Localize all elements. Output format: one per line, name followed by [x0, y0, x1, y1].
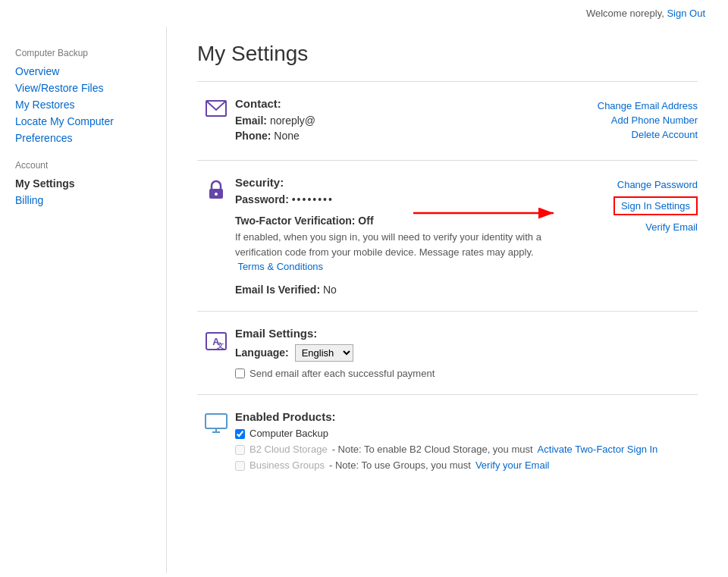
security-section: Security: Password: •••••••• Two-Factor … — [197, 161, 698, 312]
contact-actions: Change Email Address Add Phone Number De… — [576, 97, 698, 145]
contact-section: Contact: Email: noreply@ Phone: None Cha… — [197, 82, 698, 161]
password-label: Password: — [235, 193, 289, 205]
sidebar-item-my-restores[interactable]: My Restores — [15, 96, 151, 113]
envelope-icon — [206, 100, 227, 117]
security-actions: Change Password Sign In Settings Verify … — [576, 176, 698, 296]
language-row: Language: English French Spanish German — [235, 344, 698, 362]
product-row-b2-cloud: B2 Cloud Storage - Note: To enable B2 Cl… — [235, 444, 698, 455]
two-factor-status: Off — [358, 215, 373, 227]
password-field-row: Password: •••••••• — [235, 193, 576, 205]
main-content: My Settings Contact: Email: noreply@ Pho… — [167, 27, 728, 573]
two-factor-label-text: Two-Factor Verification: — [235, 215, 355, 227]
page-title: My Settings — [197, 42, 698, 66]
language-icon: A 文 — [205, 330, 228, 353]
lock-icon — [208, 179, 224, 200]
sidebar-section-account: Account — [15, 160, 151, 171]
business-groups-note: - Note: To use Groups, you must — [329, 459, 471, 471]
two-factor-row: Two-Factor Verification: Off — [235, 215, 576, 227]
svg-rect-8 — [206, 414, 227, 428]
send-email-row: Send email after each successful payment — [235, 368, 698, 379]
email-field-value: noreply@ — [270, 114, 315, 127]
terms-link[interactable]: Terms & Conditions — [237, 261, 323, 272]
sidebar-item-billing[interactable]: Billing — [15, 192, 151, 209]
top-bar: Welcome noreply, Sign Out — [0, 0, 728, 27]
sidebar-item-view-restore[interactable]: View/Restore Files — [15, 80, 151, 96]
enabled-products-label: Enabled Products: — [235, 410, 698, 423]
email-verified-value: No — [323, 284, 337, 296]
phone-field-label: Phone: — [235, 130, 271, 142]
email-verified-label: Email Is Verified: — [235, 284, 320, 296]
enabled-products-content: Enabled Products: Computer Backup B2 Clo… — [235, 410, 698, 471]
sign-in-settings-button[interactable]: Sign In Settings — [613, 196, 698, 215]
sidebar-item-my-settings[interactable]: My Settings — [15, 175, 151, 192]
send-email-checkbox[interactable] — [235, 368, 245, 378]
send-email-label: Send email after each successful payment — [249, 368, 435, 379]
sidebar-item-preferences[interactable]: Preferences — [15, 130, 151, 146]
email-settings-content: Email Settings: Language: English French… — [235, 327, 698, 379]
enabled-products-section: Enabled Products: Computer Backup B2 Clo… — [197, 395, 698, 486]
change-password-link[interactable]: Change Password — [617, 179, 698, 190]
enabled-products-icon-container — [197, 410, 235, 471]
activate-2fa-link[interactable]: Activate Two-Factor Sign In — [538, 444, 658, 455]
phone-field-value: None — [274, 130, 299, 142]
verify-email-link[interactable]: Verify Email — [645, 221, 698, 233]
add-phone-link[interactable]: Add Phone Number — [576, 114, 698, 126]
email-settings-icon-container: A 文 — [197, 327, 235, 379]
contact-label: Contact: — [235, 97, 576, 110]
change-email-link[interactable]: Change Email Address — [576, 100, 698, 111]
password-value: •••••••• — [292, 193, 334, 205]
contact-content: Contact: Email: noreply@ Phone: None — [235, 97, 576, 145]
sign-in-settings-wrapper: Sign In Settings — [613, 196, 698, 215]
email-verified-row: Email Is Verified: No — [235, 284, 576, 296]
language-label: Language: — [235, 347, 289, 359]
business-groups-name: Business Groups — [249, 459, 325, 471]
security-icon-container — [197, 176, 235, 296]
phone-field-row: Phone: None — [235, 130, 576, 142]
email-field-row: Email: noreply@ — [235, 114, 576, 127]
two-factor-desc-text: If enabled, when you sign in, you will n… — [235, 231, 541, 258]
delete-account-link[interactable]: Delete Account — [576, 129, 698, 140]
contact-icon-container — [197, 97, 235, 145]
sidebar-item-overview[interactable]: Overview — [15, 63, 151, 80]
security-label: Security: — [235, 176, 576, 189]
welcome-text: Welcome noreply, — [586, 8, 664, 19]
layout: Computer Backup Overview View/Restore Fi… — [0, 27, 728, 573]
sidebar-section-computer-backup: Computer Backup — [15, 48, 151, 58]
sidebar-item-locate[interactable]: Locate My Computer — [15, 113, 151, 130]
svg-point-2 — [215, 193, 218, 196]
verify-email-area: Verify Email — [645, 221, 698, 233]
monitor-icon — [205, 413, 228, 433]
two-factor-desc: If enabled, when you sign in, you will n… — [235, 230, 554, 274]
email-settings-label: Email Settings: — [235, 327, 698, 340]
b2-cloud-note: - Note: To enable B2 Cloud Storage, you … — [332, 444, 533, 455]
business-groups-checkbox[interactable] — [235, 461, 245, 471]
product-row-computer-backup: Computer Backup — [235, 428, 698, 439]
language-select[interactable]: English French Spanish German — [295, 344, 353, 362]
computer-backup-name: Computer Backup — [249, 428, 328, 439]
product-row-business-groups: Business Groups - Note: To use Groups, y… — [235, 459, 698, 471]
sign-out-link[interactable]: Sign Out — [667, 8, 705, 19]
email-field-label: Email: — [235, 114, 267, 127]
verify-email-product-link[interactable]: Verify your Email — [475, 459, 550, 471]
security-content: Security: Password: •••••••• Two-Factor … — [235, 176, 576, 296]
computer-backup-checkbox[interactable] — [235, 429, 245, 439]
sidebar: Computer Backup Overview View/Restore Fi… — [0, 27, 167, 573]
b2-cloud-checkbox[interactable] — [235, 445, 245, 455]
email-settings-section: A 文 Email Settings: Language: English Fr… — [197, 312, 698, 395]
b2-cloud-name: B2 Cloud Storage — [249, 444, 328, 455]
svg-text:文: 文 — [217, 342, 224, 350]
